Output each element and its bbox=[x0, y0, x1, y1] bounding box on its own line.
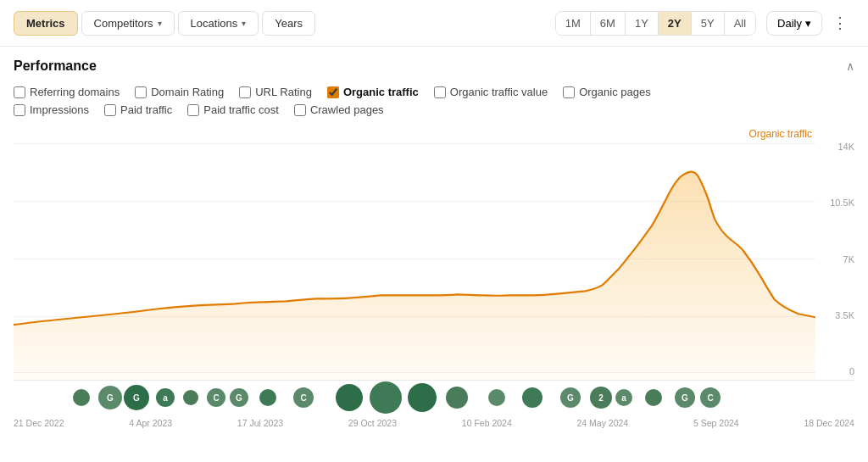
y-label-0: 0 bbox=[849, 366, 854, 376]
time-6m-button[interactable]: 6M bbox=[591, 12, 626, 35]
time-1y-button[interactable]: 1Y bbox=[626, 12, 659, 35]
granularity-button[interactable]: Daily ▾ bbox=[766, 11, 822, 36]
event-dot-15[interactable] bbox=[522, 387, 542, 408]
time-5y-button[interactable]: 5Y bbox=[692, 12, 725, 35]
y-label-7k: 7K bbox=[843, 254, 854, 264]
event-dot-3[interactable]: G bbox=[124, 385, 149, 410]
event-dot-20[interactable]: G bbox=[675, 387, 695, 408]
event-dot-12[interactable] bbox=[408, 383, 437, 412]
event-dot-2[interactable]: G bbox=[98, 386, 122, 409]
organic-pages-checkbox[interactable]: Organic pages bbox=[563, 86, 651, 98]
url-rating-checkbox[interactable]: URL Rating bbox=[239, 86, 312, 98]
locations-tab[interactable]: Locations ▾ bbox=[178, 11, 259, 36]
event-dot-18[interactable]: a bbox=[615, 389, 632, 406]
y-label-10k: 10.5K bbox=[830, 198, 854, 208]
performance-header: Performance ∧ bbox=[14, 58, 854, 74]
metrics-row-1: Referring domains Domain Rating URL Rati… bbox=[14, 86, 854, 98]
event-dot-19[interactable] bbox=[645, 389, 662, 406]
y-label-3k: 3.5K bbox=[835, 310, 854, 320]
time-1m-button[interactable]: 1M bbox=[556, 12, 591, 35]
crawled-pages-checkbox[interactable]: Crawled pages bbox=[294, 103, 384, 116]
competitors-chevron-icon: ▾ bbox=[158, 19, 162, 28]
y-axis: 14K 10.5K 7K 3.5K 0 bbox=[815, 126, 854, 380]
x-label-oct23: 29 Oct 2023 bbox=[348, 418, 397, 428]
referring-domains-checkbox[interactable]: Referring domains bbox=[14, 86, 120, 98]
metrics-tab[interactable]: Metrics bbox=[14, 11, 78, 36]
event-dot-6[interactable]: C bbox=[207, 388, 225, 407]
time-2y-button[interactable]: 2Y bbox=[659, 12, 692, 35]
x-label-feb24: 10 Feb 2024 bbox=[462, 418, 512, 428]
x-label-dec24: 18 Dec 2024 bbox=[804, 418, 854, 428]
years-tab[interactable]: Years bbox=[262, 11, 315, 36]
domain-rating-checkbox[interactable]: Domain Rating bbox=[135, 86, 224, 98]
y-label-14k: 14K bbox=[837, 142, 854, 152]
paid-traffic-cost-checkbox[interactable]: Paid traffic cost bbox=[187, 103, 279, 116]
locations-chevron-icon: ▾ bbox=[242, 19, 246, 28]
event-dot-16[interactable]: G bbox=[560, 387, 581, 408]
x-label-may24: 24 May 2024 bbox=[577, 418, 629, 428]
chart-svg bbox=[14, 126, 815, 380]
competitors-tab[interactable]: Competitors ▾ bbox=[81, 11, 175, 36]
x-label-dec22: 21 Dec 2022 bbox=[14, 418, 64, 428]
event-dot-13[interactable] bbox=[446, 387, 468, 409]
event-dot-5[interactable] bbox=[183, 390, 198, 405]
time-all-button[interactable]: All bbox=[725, 12, 755, 35]
event-dot-8[interactable] bbox=[259, 389, 276, 406]
x-axis: 21 Dec 2022 4 Apr 2023 17 Jul 2023 29 Oc… bbox=[0, 415, 868, 428]
event-dot-4[interactable]: a bbox=[156, 388, 175, 407]
x-label-sep24: 5 Sep 2024 bbox=[693, 418, 739, 428]
metrics-row-2: Impressions Paid traffic Paid traffic co… bbox=[14, 103, 854, 116]
impressions-checkbox[interactable]: Impressions bbox=[14, 103, 89, 116]
x-label-jul23: 17 Jul 2023 bbox=[237, 418, 283, 428]
more-options-button[interactable]: ⋮ bbox=[826, 8, 854, 37]
event-dot-14[interactable] bbox=[488, 389, 505, 406]
organic-traffic-checkbox[interactable]: Organic traffic bbox=[327, 86, 419, 98]
event-dot-7[interactable]: G bbox=[230, 388, 248, 407]
performance-chart: Organic traffic 14K 10.5K 7K 3.5K bbox=[14, 126, 854, 381]
event-dot-21[interactable]: C bbox=[700, 387, 721, 408]
top-navigation: Metrics Competitors ▾ Locations ▾ Years … bbox=[0, 0, 868, 47]
event-dot-11[interactable] bbox=[370, 381, 402, 414]
event-dot-17[interactable]: 2 bbox=[590, 387, 612, 409]
paid-traffic-checkbox[interactable]: Paid traffic bbox=[104, 103, 172, 116]
organic-traffic-value-checkbox[interactable]: Organic traffic value bbox=[434, 86, 548, 98]
event-dot-10[interactable] bbox=[336, 384, 363, 411]
granularity-chevron-icon: ▾ bbox=[805, 17, 811, 30]
performance-title: Performance bbox=[14, 58, 97, 74]
events-row: G G a C G C G 2 a G C bbox=[14, 381, 854, 415]
performance-section: Performance ∧ Referring domains Domain R… bbox=[0, 47, 868, 126]
collapse-icon[interactable]: ∧ bbox=[846, 59, 854, 73]
x-label-apr23: 4 Apr 2023 bbox=[129, 418, 172, 428]
time-range-group: 1M 6M 1Y 2Y 5Y All bbox=[555, 11, 756, 36]
event-dot-9[interactable]: C bbox=[293, 387, 314, 408]
event-dot-1[interactable] bbox=[73, 389, 90, 406]
